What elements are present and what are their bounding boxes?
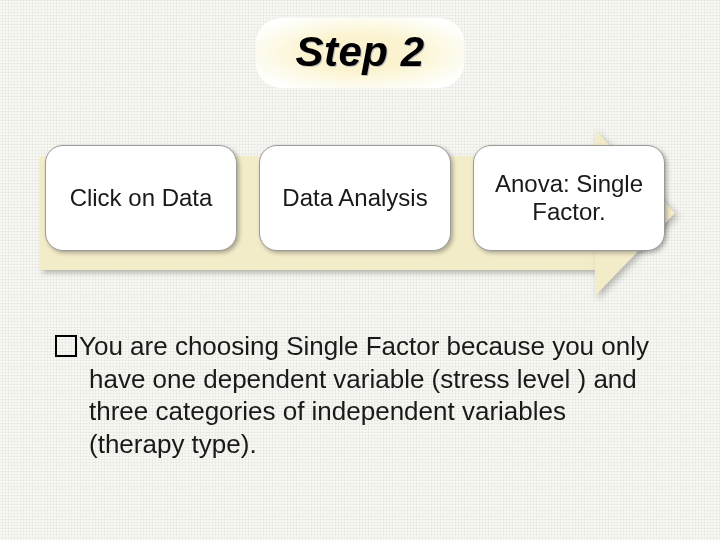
body-text-content: You are choosing Single Factor because y…: [79, 331, 649, 459]
steps-row: Click on Data Data Analysis Anova: Singl…: [45, 145, 665, 251]
step-box-1: Click on Data: [45, 145, 237, 251]
body-paragraph: You are choosing Single Factor because y…: [55, 330, 665, 460]
step-label: Data Analysis: [282, 184, 427, 212]
bullet-square-icon: [55, 335, 77, 357]
slide: Step 2 Click on Data Data Analysis Anova…: [0, 0, 720, 540]
step-box-2: Data Analysis: [259, 145, 451, 251]
step-label: Click on Data: [70, 184, 213, 212]
title-container: Step 2: [255, 18, 464, 88]
slide-title: Step 2: [255, 18, 464, 88]
step-box-3: Anova: Single Factor.: [473, 145, 665, 251]
step-label: Anova: Single Factor.: [484, 170, 654, 225]
